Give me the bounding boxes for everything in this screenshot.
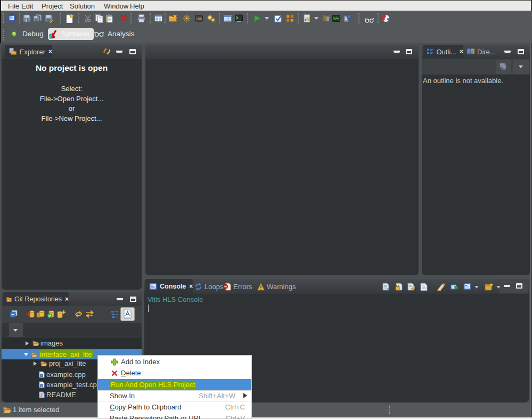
svg-text:GIT: GIT xyxy=(7,299,10,301)
svg-text:100: 100 xyxy=(196,17,202,21)
